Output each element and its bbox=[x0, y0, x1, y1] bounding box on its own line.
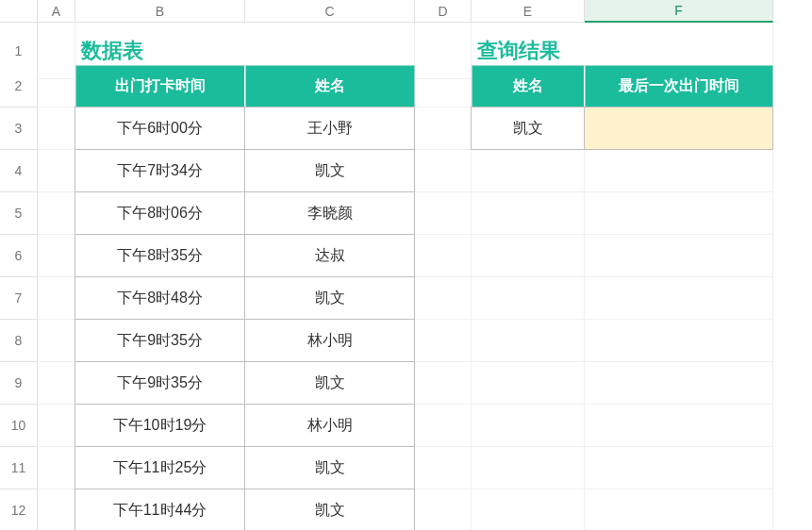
cell-B11[interactable]: 下午11时25分 bbox=[75, 446, 245, 489]
cell-E12[interactable] bbox=[472, 489, 585, 530]
cell-C7[interactable]: 凯文 bbox=[244, 276, 415, 320]
cell-E6[interactable] bbox=[472, 235, 585, 277]
cell-C8[interactable]: 林小明 bbox=[244, 319, 415, 362]
cell-F10[interactable] bbox=[585, 405, 773, 447]
right-th-name[interactable]: 姓名 bbox=[472, 65, 585, 108]
row-header-7[interactable]: 7 bbox=[0, 277, 38, 320]
cell-F11[interactable] bbox=[585, 447, 773, 489]
cell-D5[interactable] bbox=[415, 192, 472, 235]
col-header-A[interactable]: A bbox=[38, 0, 75, 23]
cell-E9[interactable] bbox=[472, 362, 585, 405]
cell-D9[interactable] bbox=[415, 362, 472, 405]
left-th-time[interactable]: 出门打卡时间 bbox=[75, 65, 245, 108]
cell-A4[interactable] bbox=[38, 150, 75, 192]
cell-F8[interactable] bbox=[585, 320, 773, 362]
cell-A11[interactable] bbox=[38, 447, 75, 489]
row-header-5[interactable]: 5 bbox=[0, 192, 38, 235]
row-header-12[interactable]: 12 bbox=[0, 489, 38, 530]
cell-E4[interactable] bbox=[472, 150, 585, 192]
cell-E5[interactable] bbox=[472, 192, 585, 235]
cell-D11[interactable] bbox=[415, 447, 472, 489]
cell-F12[interactable] bbox=[585, 489, 773, 530]
cell-D6[interactable] bbox=[415, 235, 472, 277]
col-header-F[interactable]: F bbox=[585, 0, 773, 23]
cell-F6[interactable] bbox=[585, 235, 773, 277]
row-header-11[interactable]: 11 bbox=[0, 447, 38, 489]
corner-cell[interactable] bbox=[0, 0, 38, 23]
cell-F3[interactable] bbox=[584, 107, 773, 150]
cell-F5[interactable] bbox=[585, 192, 773, 235]
row-header-4[interactable]: 4 bbox=[0, 150, 38, 192]
cell-C11[interactable]: 凯文 bbox=[244, 446, 415, 489]
cell-C4[interactable]: 凯文 bbox=[244, 149, 415, 192]
cell-D10[interactable] bbox=[415, 405, 472, 447]
cell-C6[interactable]: 达叔 bbox=[244, 234, 415, 277]
col-header-E[interactable]: E bbox=[472, 0, 585, 23]
cell-D3[interactable] bbox=[415, 108, 472, 150]
cell-C9[interactable]: 凯文 bbox=[244, 361, 415, 405]
cell-C12[interactable]: 凯文 bbox=[244, 489, 415, 530]
row-header-8[interactable]: 8 bbox=[0, 320, 38, 362]
left-th-name[interactable]: 姓名 bbox=[245, 65, 415, 108]
cell-A5[interactable] bbox=[38, 192, 75, 235]
cell-B10[interactable]: 下午10时19分 bbox=[75, 404, 245, 447]
cell-E11[interactable] bbox=[472, 447, 585, 489]
cell-A6[interactable] bbox=[38, 235, 75, 277]
row-header-10[interactable]: 10 bbox=[0, 405, 38, 447]
cell-C5[interactable]: 李晓颜 bbox=[244, 191, 415, 235]
cell-A12[interactable] bbox=[38, 489, 75, 530]
cell-B8[interactable]: 下午9时35分 bbox=[75, 319, 245, 362]
cell-D8[interactable] bbox=[415, 320, 472, 362]
cell-D2[interactable] bbox=[415, 65, 472, 108]
right-th-last[interactable]: 最后一次出门时间 bbox=[585, 65, 773, 108]
cell-A10[interactable] bbox=[38, 405, 75, 447]
cell-E7[interactable] bbox=[472, 277, 585, 320]
cell-C3[interactable]: 王小野 bbox=[244, 107, 415, 150]
cell-A3[interactable] bbox=[38, 108, 75, 150]
cell-E8[interactable] bbox=[472, 320, 585, 362]
column-header-row: A B C D E F bbox=[0, 0, 812, 23]
col-header-D[interactable]: D bbox=[415, 0, 472, 23]
row-header-2[interactable]: 2 bbox=[0, 65, 38, 108]
cell-E10[interactable] bbox=[472, 405, 585, 447]
cell-F9[interactable] bbox=[585, 362, 773, 405]
grid-body: 1 数据表 查询结果 2 出门打卡时间 姓名 姓名 最后一次出门时间 3 下午6… bbox=[0, 23, 812, 530]
cell-B5[interactable]: 下午8时06分 bbox=[75, 191, 245, 235]
cell-A8[interactable] bbox=[38, 320, 75, 362]
cell-B6[interactable]: 下午8时35分 bbox=[75, 234, 245, 277]
cell-F4[interactable] bbox=[585, 150, 773, 192]
row-header-6[interactable]: 6 bbox=[0, 235, 38, 277]
cell-D7[interactable] bbox=[415, 277, 472, 320]
cell-D4[interactable] bbox=[415, 150, 472, 192]
col-header-B[interactable]: B bbox=[75, 0, 245, 23]
spreadsheet: A B C D E F 1 数据表 查询结果 2 出门打卡时间 姓名 姓名 最后… bbox=[0, 0, 812, 530]
cell-D12[interactable] bbox=[415, 489, 472, 530]
cell-B3[interactable]: 下午6时00分 bbox=[75, 107, 245, 150]
row-header-9[interactable]: 9 bbox=[0, 362, 38, 405]
cell-A9[interactable] bbox=[38, 362, 75, 405]
cell-F7[interactable] bbox=[585, 277, 773, 320]
row-header-3[interactable]: 3 bbox=[0, 108, 38, 150]
cell-E3[interactable]: 凯文 bbox=[471, 107, 585, 150]
cell-B12[interactable]: 下午11时44分 bbox=[75, 489, 245, 530]
col-header-C[interactable]: C bbox=[245, 0, 415, 23]
cell-A7[interactable] bbox=[38, 277, 75, 320]
cell-C10[interactable]: 林小明 bbox=[244, 404, 415, 447]
cell-B9[interactable]: 下午9时35分 bbox=[75, 361, 245, 405]
cell-B4[interactable]: 下午7时34分 bbox=[75, 149, 245, 192]
cell-A2[interactable] bbox=[38, 65, 75, 108]
cell-B7[interactable]: 下午8时48分 bbox=[75, 276, 245, 320]
